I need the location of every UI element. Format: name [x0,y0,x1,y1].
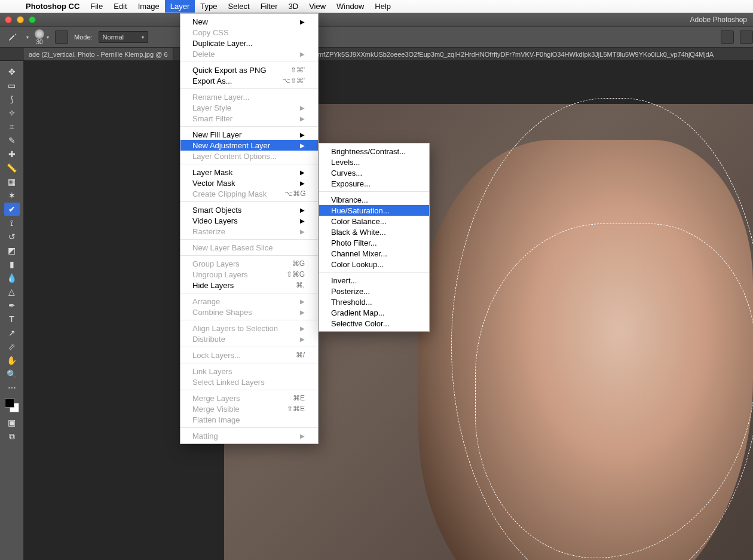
pen-tool[interactable]: ✒ [4,299,20,312]
adjustment-submenu-gradient-map[interactable]: Gradient Map... [319,307,429,318]
healing-brush-tool[interactable]: ✚ [4,148,20,161]
blend-mode-select[interactable]: Normal ▾ [99,31,148,43]
adjustment-submenu-hue-saturation[interactable]: Hue/Saturation... [319,205,429,216]
submenu-arrow-icon: ▶ [300,325,305,332]
adjustment-submenu-photo-filter[interactable]: Photo Filter... [319,237,429,248]
chevron-down-icon[interactable]: ▾ [47,35,49,40]
path-selection-tool[interactable]: ↗ [4,326,20,339]
blend-mode-value: Normal [103,33,124,41]
adjustment-submenu-brightness-contrast[interactable]: Brightness/Contrast... [319,146,429,157]
mac-menubar[interactable]: Photoshop CC FileEditImageLayerTypeSelec… [0,0,753,13]
more-tool[interactable]: ⋯ [4,381,20,394]
menu-item-label: Layer Mask [192,168,232,177]
adjustment-submenu-invert[interactable]: Invert... [319,275,429,286]
current-tool-icon[interactable] [5,30,20,44]
layer-menu-video-layers[interactable]: Video Layers▶ [180,215,318,226]
patch-tool[interactable]: ▦ [4,175,20,188]
adjustment-submenu-levels[interactable]: Levels... [319,157,429,167]
color-swatches[interactable] [5,398,19,412]
crop-tool[interactable]: ⌗ [4,120,20,133]
window-title: Adobe Photoshop [690,16,747,24]
layer-menu-new-adjustment-layer[interactable]: New Adjustment Layer▶ [180,140,318,151]
layer-menu-hide-layers[interactable]: Hide Layers⌘, [180,280,318,290]
menubar-item-select[interactable]: Select [222,0,255,13]
adjustment-submenu-vibrance[interactable]: Vibrance... [319,194,429,205]
ruler-tool[interactable]: 📏 [4,161,20,175]
layer-menu-duplicate-layer[interactable]: Duplicate Layer... [180,38,318,48]
hand-tool[interactable]: ✋ [4,354,20,367]
layer-menu-quick-export-as-png[interactable]: Quick Export as PNG⇧⌘' [180,65,318,75]
adjustment-submenu-color-lookup[interactable]: Color Lookup... [319,259,429,270]
layer-menu-export-as[interactable]: Export As...⌥⇧⌘' [180,75,318,86]
lasso-tool[interactable]: ⟆ [4,93,20,106]
layer-menu-create-clipping-mask: Create Clipping Mask⌥⌘G [180,188,318,199]
adjustment-submenu-threshold[interactable]: Threshold... [319,296,429,307]
brush-panel-toggle[interactable] [55,30,68,44]
magic-wand-tool[interactable]: ✧ [4,106,20,120]
menubar-item-file[interactable]: File [85,0,108,13]
layer-menu-dropdown[interactable]: New▶Copy CSSDuplicate Layer...Delete▶Qui… [180,13,319,444]
menubar-item-view[interactable]: View [304,0,331,13]
adjustment-submenu-curves[interactable]: Curves... [319,167,429,178]
brush-tool[interactable]: ✔ [4,203,20,216]
document-tab-bar[interactable]: ade (2)_vertical. Photo - Pernille Klemp… [0,48,753,61]
zoom-window-button[interactable] [29,16,36,23]
option-symmetry-icon[interactable] [721,30,734,44]
adjustment-submenu-exposure[interactable]: Exposure... [319,178,429,189]
foreground-color-swatch[interactable] [5,398,14,408]
gradient-tool[interactable]: ▮ [4,258,20,271]
screen-mode-toggle[interactable]: ⧉ [4,430,20,443]
toolbox[interactable]: ✥▭⟆✧⌗✎✚📏▦✶✔⟟↺◩▮💧△✒T↗⬀✋🔍⋯ ▣ ⧉ [0,61,24,560]
menu-item-label: Flatten Image [192,415,240,424]
direct-selection-tool[interactable]: ⬀ [4,340,20,353]
adjustment-submenu-selective-color[interactable]: Selective Color... [319,318,429,329]
close-window-button[interactable] [5,16,12,23]
adjustment-submenu-black-white[interactable]: Black & White... [319,227,429,237]
document-tab[interactable]: ade (2)_vertical. Photo - Pernille Klemp… [24,48,173,60]
blur-tool[interactable]: 💧 [4,271,20,284]
history-brush-tool[interactable]: ↺ [4,230,20,243]
layer-menu-new[interactable]: New▶ [180,16,318,27]
mixer-brush-tool[interactable]: ✶ [4,189,20,202]
menu-item-label: Invert... [331,276,357,285]
menubar-item-type[interactable]: Type [195,0,222,13]
adjustment-submenu-channel-mixer[interactable]: Channel Mixer... [319,248,429,259]
clone-stamp-tool[interactable]: ⟟ [4,216,20,229]
menubar-item-layer[interactable]: Layer [165,0,195,13]
minimize-window-button[interactable] [17,16,24,23]
zoom-tool[interactable]: 🔍 [4,368,20,381]
adjustment-submenu-color-balance[interactable]: Color Balance... [319,216,429,227]
layer-menu-smart-objects[interactable]: Smart Objects▶ [180,204,318,215]
layer-menu-layer-mask[interactable]: Layer Mask▶ [180,167,318,178]
dodge-tool[interactable]: △ [4,285,20,298]
menu-shortcut: ⇧⌘G [286,270,305,279]
menubar-item-help[interactable]: Help [369,0,396,13]
menubar-item-image[interactable]: Image [133,0,165,13]
type-tool[interactable]: T [4,313,20,326]
move-tool[interactable]: ✥ [4,65,20,78]
menubar-item-window[interactable]: Window [331,0,369,13]
menu-item-label: Merge Visible [192,405,240,414]
submenu-arrow-icon: ▶ [300,180,305,186]
quick-mask-toggle[interactable]: ▣ [4,416,20,429]
menubar-item-edit[interactable]: Edit [108,0,132,13]
menubar-item-3d[interactable]: 3D [283,0,304,13]
brush-preset-picker[interactable]: 30 ▾ [35,29,49,45]
tool-preset-arrow-icon[interactable]: ▾ [26,35,29,40]
submenu-arrow-icon: ▶ [300,298,305,305]
layer-menu-new-fill-layer[interactable]: New Fill Layer▶ [180,129,318,140]
traffic-lights[interactable] [5,16,36,23]
menubar-item-filter[interactable]: Filter [255,0,283,13]
option-pressure-icon[interactable] [740,30,753,44]
menu-item-label: Smart Objects [192,206,241,215]
adjustment-submenu-posterize[interactable]: Posterize... [319,286,429,296]
eraser-tool[interactable]: ◩ [4,244,20,257]
app-name[interactable]: Photoshop CC [20,2,85,11]
new-adjustment-layer-submenu[interactable]: Brightness/Contrast...Levels...Curves...… [319,143,430,332]
eyedropper-tool[interactable]: ✎ [4,134,20,147]
menu-item-label: Lock Layers... [192,351,241,360]
layer-menu-vector-mask[interactable]: Vector Mask▶ [180,178,318,188]
marquee-tool[interactable]: ▭ [4,79,20,92]
layer-menu-copy-css: Copy CSS [180,27,318,38]
menu-item-label: Duplicate Layer... [192,39,252,48]
